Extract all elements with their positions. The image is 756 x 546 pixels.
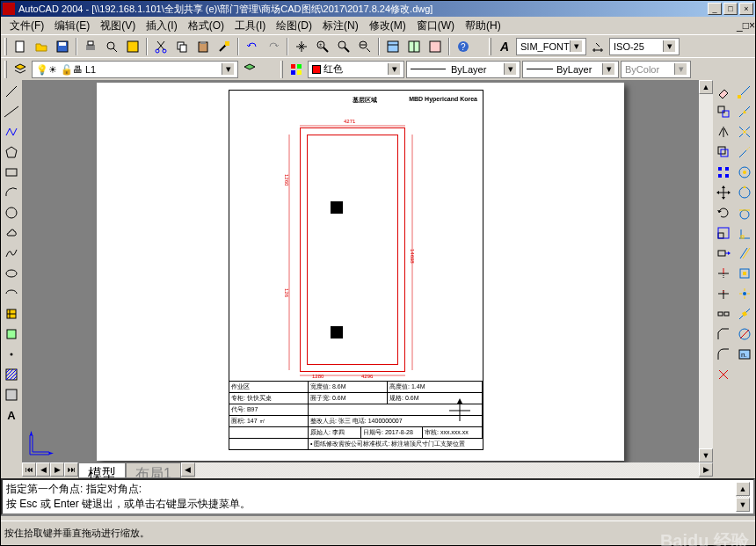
text-style-button[interactable]: A — [495, 37, 514, 56]
cmd-scroll-up[interactable]: ▲ — [736, 482, 750, 496]
toolbar-grip[interactable] — [489, 38, 491, 55]
menu-edit[interactable]: 编辑(E) — [49, 17, 95, 35]
cmd-scroll-down[interactable]: ▼ — [736, 498, 750, 512]
text-style-combo[interactable]: SIM_FONT▾ — [516, 38, 586, 55]
array-tool[interactable] — [714, 163, 733, 182]
menu-draw[interactable]: 绘图(D) — [271, 17, 317, 35]
print-button[interactable] — [81, 37, 100, 56]
circle-tool[interactable] — [2, 203, 21, 222]
toolbar-grip[interactable] — [4, 61, 7, 78]
color-button[interactable] — [287, 60, 306, 79]
dim-style-combo[interactable]: ISO-25▾ — [609, 38, 680, 55]
snap-quadrant-tool[interactable] — [735, 183, 754, 202]
drawing-viewport[interactable]: MBD Hypericand Korea 基层区域 4271 1260 — [22, 80, 713, 462]
menu-dimension[interactable]: 标注(N) — [317, 17, 364, 35]
menu-view[interactable]: 视图(V) — [95, 17, 141, 35]
dimstyle-button[interactable] — [588, 37, 607, 56]
dropdown-icon[interactable]: ▾ — [602, 63, 614, 75]
model-tab[interactable]: 模型 — [78, 462, 126, 478]
close-button[interactable]: × — [739, 3, 753, 15]
make-block-tool[interactable] — [2, 324, 21, 344]
ellipse-arc-tool[interactable] — [2, 284, 21, 303]
spline-tool[interactable] — [2, 244, 21, 263]
new-button[interactable] — [11, 37, 30, 56]
snap-tangent-tool[interactable] — [735, 203, 754, 222]
insert-block-tool[interactable] — [2, 304, 21, 324]
polyline-tool[interactable] — [2, 122, 21, 142]
rectangle-tool[interactable] — [2, 163, 21, 182]
snap-none-tool[interactable] — [735, 324, 754, 344]
publish-button[interactable] — [123, 37, 142, 56]
break-tool[interactable] — [714, 304, 733, 324]
snap-endpoint-tool[interactable] — [735, 82, 754, 101]
menu-help[interactable]: 帮助(H) — [460, 17, 506, 35]
menu-file[interactable]: 文件(F) — [4, 17, 49, 35]
copy-tool[interactable] — [714, 102, 733, 121]
layer-manager-button[interactable] — [11, 60, 30, 79]
cut-button[interactable] — [151, 37, 171, 56]
snap-insert-tool[interactable] — [735, 264, 754, 283]
minimize-button[interactable]: _ — [708, 3, 722, 15]
undo-button[interactable] — [243, 37, 262, 56]
scale-tool[interactable] — [714, 223, 733, 243]
toolbar-grip[interactable] — [280, 61, 283, 78]
ellipse-tool[interactable] — [2, 264, 21, 283]
line-tool[interactable] — [2, 82, 21, 101]
offset-tool[interactable] — [714, 142, 733, 162]
snap-extension-tool[interactable] — [735, 142, 754, 162]
menu-insert[interactable]: 插入(I) — [141, 17, 182, 35]
dropdown-icon[interactable]: ▾ — [570, 40, 582, 52]
dropdown-icon[interactable]: ▾ — [663, 40, 675, 52]
snap-midpoint-tool[interactable] — [735, 102, 754, 121]
revcloud-tool[interactable] — [2, 223, 21, 243]
arc-tool[interactable] — [2, 183, 21, 202]
match-properties-button[interactable] — [214, 37, 234, 56]
scroll-left-button[interactable]: ◀ — [181, 462, 195, 477]
mdi-minimize-button[interactable]: _ — [737, 19, 743, 32]
lineweight-combo[interactable]: ByLayer▾ — [522, 61, 619, 78]
menu-window[interactable]: 窗口(W) — [411, 17, 460, 35]
help-button[interactable]: ? — [454, 37, 473, 56]
mirror-tool[interactable] — [714, 122, 733, 142]
menu-tools[interactable]: 工具(I) — [229, 17, 271, 35]
zoom-previous-button[interactable] — [355, 37, 374, 56]
paste-button[interactable] — [193, 37, 213, 56]
xline-tool[interactable] — [2, 102, 21, 121]
properties-button[interactable] — [383, 37, 403, 56]
dropdown-icon[interactable]: ▾ — [388, 63, 400, 75]
dropdown-icon[interactable]: ▾ — [222, 63, 234, 75]
open-button[interactable] — [32, 37, 51, 56]
scroll-down-button[interactable]: ▼ — [699, 448, 713, 462]
mdi-maximize-button[interactable]: □ — [743, 19, 749, 32]
trim-tool[interactable] — [714, 264, 733, 283]
pan-button[interactable] — [292, 37, 311, 56]
redo-button[interactable] — [264, 37, 283, 56]
move-tool[interactable] — [714, 183, 733, 202]
explode-tool[interactable] — [714, 365, 733, 384]
scroll-up-button[interactable]: ▲ — [699, 80, 713, 94]
mdi-close-button[interactable]: × — [749, 19, 755, 32]
tab-first-button[interactable]: ⏮ — [22, 462, 36, 477]
tab-next-button[interactable]: ▶ — [50, 462, 64, 477]
color-combo[interactable]: 红色▾ — [308, 61, 404, 78]
horizontal-scrollbar[interactable] — [195, 462, 699, 478]
rotate-tool[interactable] — [714, 203, 733, 222]
snap-parallel-tool[interactable] — [735, 244, 754, 263]
layout1-tab[interactable]: 布局1 — [126, 462, 181, 478]
mtext-tool[interactable]: A — [2, 405, 21, 425]
dropdown-icon[interactable]: ▾ — [504, 63, 516, 75]
tab-prev-button[interactable]: ◀ — [36, 462, 50, 477]
command-line[interactable]: 指定第一个角点: 指定对角点: 按 Esc 或 Enter 键退出，或单击右键显… — [1, 478, 755, 515]
extend-tool[interactable] — [714, 284, 733, 303]
erase-tool[interactable] — [714, 82, 733, 101]
copy-button[interactable] — [172, 37, 192, 56]
layer-previous-button[interactable] — [240, 60, 259, 79]
menu-modify[interactable]: 修改(M) — [364, 17, 411, 35]
layer-combo[interactable]: 💡 ☀ 🔓 🖶 L1 ▾ — [32, 61, 238, 78]
snap-center-tool[interactable] — [735, 163, 754, 182]
toolbar-grip[interactable] — [4, 38, 7, 55]
plotstyle-combo[interactable]: ByColor▾ — [621, 61, 691, 78]
osnap-settings-tool[interactable]: n. — [735, 345, 754, 364]
stretch-tool[interactable] — [714, 244, 733, 263]
menu-format[interactable]: 格式(O) — [183, 17, 229, 35]
